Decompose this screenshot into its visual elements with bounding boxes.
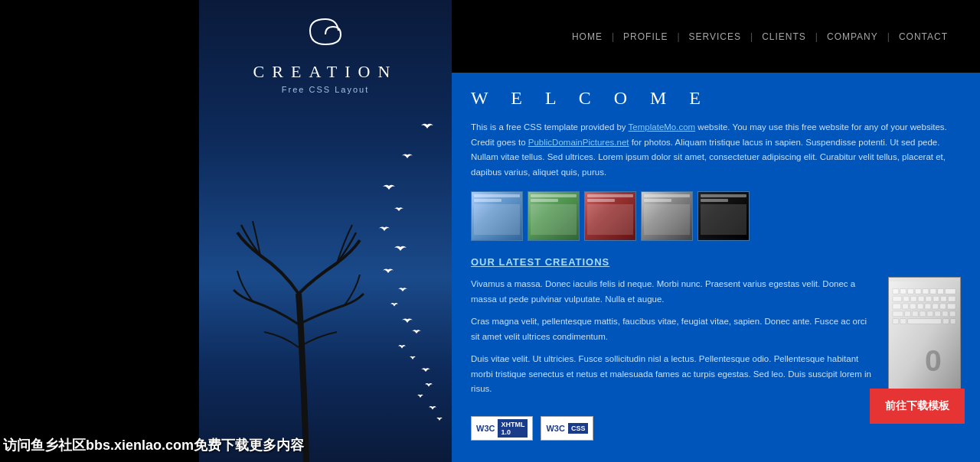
bird-icon xyxy=(417,394,423,399)
svg-rect-25 xyxy=(893,311,903,316)
svg-rect-30 xyxy=(935,311,941,316)
svg-rect-34 xyxy=(900,318,906,324)
bird-icon xyxy=(390,302,398,307)
latest-section: Vivamus a massa. Donec iaculis felis id … xyxy=(471,277,961,405)
svg-rect-31 xyxy=(942,311,949,316)
navbar: HOME | PROFILE | SERVICES | CLIENTS | CO… xyxy=(452,0,980,73)
svg-rect-32 xyxy=(949,311,956,316)
svg-rect-23 xyxy=(940,304,946,309)
nav-services[interactable]: SERVICES xyxy=(680,31,750,42)
welcome-title: W E L C O M E xyxy=(471,88,961,109)
svg-text:0: 0 xyxy=(925,344,942,377)
nav-company[interactable]: COMPANY xyxy=(818,31,887,42)
thumb-4[interactable] xyxy=(641,191,693,241)
svg-rect-21 xyxy=(925,304,931,309)
svg-rect-22 xyxy=(933,304,939,309)
svg-rect-26 xyxy=(905,311,911,316)
thumb-5[interactable] xyxy=(697,191,750,241)
bird-icon xyxy=(436,417,443,421)
nav-clients[interactable]: CLIENTS xyxy=(753,31,815,42)
download-button[interactable]: 前往下载模板 xyxy=(870,389,965,424)
latest-text: Vivamus a massa. Donec iaculis felis id … xyxy=(471,277,877,405)
svg-rect-17 xyxy=(893,304,901,309)
site-title: CREATION xyxy=(199,62,452,82)
svg-rect-27 xyxy=(912,311,918,316)
nav-links: HOME | PROFILE | SERVICES | CLIENTS | CO… xyxy=(563,31,957,42)
thumb-2[interactable] xyxy=(528,191,580,241)
svg-rect-35 xyxy=(907,318,941,324)
svg-rect-11 xyxy=(910,296,916,301)
latest-para-2: Cras magna velit, pellentesque mattis, f… xyxy=(471,314,877,344)
svg-rect-9 xyxy=(893,296,902,301)
spiral-icon xyxy=(306,15,345,54)
svg-rect-18 xyxy=(903,304,909,309)
svg-rect-33 xyxy=(893,318,899,324)
site-subtitle: Free CSS Layout xyxy=(199,85,452,94)
svg-rect-13 xyxy=(926,296,932,301)
w3c-css-badge[interactable]: W3C CSS xyxy=(541,416,593,441)
bird-icon xyxy=(394,207,403,213)
svg-rect-1 xyxy=(893,288,899,294)
svg-rect-37 xyxy=(950,318,956,324)
svg-rect-19 xyxy=(910,304,916,309)
w3c-label-2: W3C xyxy=(546,424,564,433)
latest-image: 0 xyxy=(888,277,961,405)
w3c-label: W3C xyxy=(476,424,495,433)
sidebar: CREATION Free CSS Layout xyxy=(199,0,452,462)
latest-section-title: OUR LATEST CREATIONS xyxy=(471,256,961,268)
css-label: CSS xyxy=(568,423,589,434)
svg-rect-3 xyxy=(907,288,913,294)
svg-rect-12 xyxy=(918,296,924,301)
svg-rect-14 xyxy=(933,296,939,301)
left-black-bg xyxy=(0,0,199,462)
svg-rect-29 xyxy=(927,311,933,316)
svg-rect-10 xyxy=(903,296,910,301)
bird-icon xyxy=(383,184,395,191)
svg-rect-24 xyxy=(947,304,956,309)
bird-icon xyxy=(421,122,433,130)
keyboard-image: 0 xyxy=(889,280,960,402)
nav-contact[interactable]: CONTACT xyxy=(890,31,957,42)
bird-icon xyxy=(402,317,413,324)
svg-rect-8 xyxy=(945,288,956,294)
w3c-xhtml-badge[interactable]: W3C XHTML1.0 xyxy=(471,416,533,441)
nav-home[interactable]: HOME xyxy=(563,31,612,42)
svg-rect-7 xyxy=(938,288,944,294)
svg-rect-20 xyxy=(917,304,923,309)
logo-area: CREATION Free CSS Layout xyxy=(199,15,452,94)
latest-para-1: Vivamus a massa. Donec iaculis felis id … xyxy=(471,277,877,307)
svg-rect-6 xyxy=(930,288,936,294)
thumb-3[interactable] xyxy=(584,191,636,241)
latest-para-3: Duis vitae velit. Ut ultricies. Fusce so… xyxy=(471,352,877,397)
bird-icon xyxy=(421,367,430,373)
svg-rect-28 xyxy=(920,311,926,316)
tree-silhouette-icon xyxy=(230,118,383,462)
bird-icon xyxy=(398,344,406,350)
bird-icon xyxy=(383,268,394,275)
bird-icon xyxy=(425,382,433,388)
xhtml-label: XHTML1.0 xyxy=(498,419,528,438)
nav-container: HOME | PROFILE | SERVICES | CLIENTS | CO… xyxy=(903,0,980,73)
svg-rect-15 xyxy=(941,296,947,301)
svg-rect-36 xyxy=(942,318,949,324)
svg-rect-16 xyxy=(948,296,956,301)
welcome-intro: This is a free CSS template provided by … xyxy=(471,120,961,180)
bird-icon xyxy=(398,287,407,293)
svg-rect-5 xyxy=(923,288,929,294)
svg-rect-4 xyxy=(915,288,921,294)
bird-icon xyxy=(394,245,407,252)
thumbnail-strip xyxy=(471,191,961,241)
nav-profile[interactable]: PROFILE xyxy=(614,31,677,42)
bird-icon xyxy=(429,405,436,411)
thumb-1[interactable] xyxy=(471,191,523,241)
bird-icon xyxy=(412,329,421,335)
publicdomain-link[interactable]: PublicDomainPictures.net xyxy=(528,138,629,147)
templatemo-link[interactable]: TemplateMo.com xyxy=(629,122,696,132)
svg-rect-2 xyxy=(900,288,906,294)
bird-icon xyxy=(402,153,413,160)
bird-icon xyxy=(410,356,416,360)
